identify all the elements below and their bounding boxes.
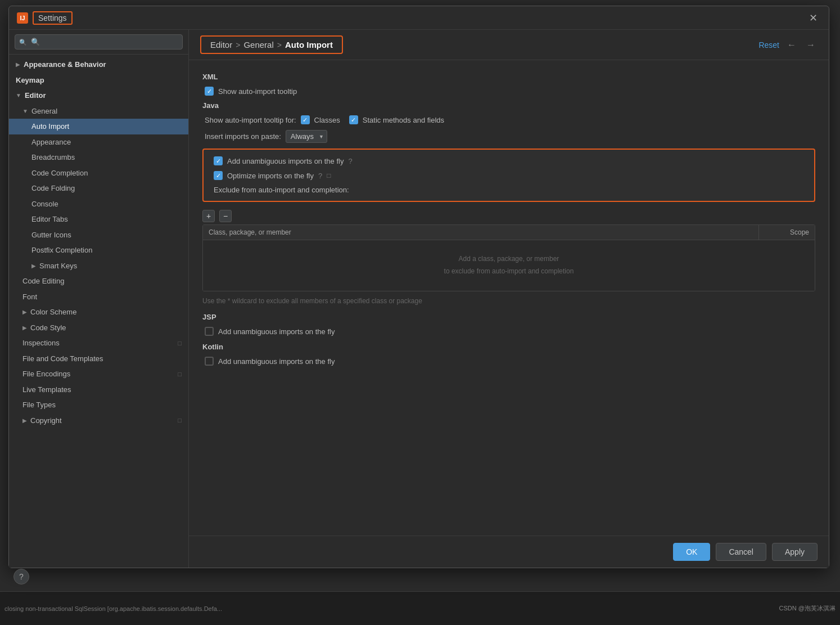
sidebar-label: Code Folding	[31, 183, 75, 194]
kotlin-add-unambiguous-label: Add unambiguous imports on the fly	[218, 357, 335, 366]
expand-icon: ▶	[22, 416, 27, 425]
breadcrumb-editor: Editor	[210, 40, 232, 50]
sidebar-label: Editor	[25, 90, 46, 101]
sidebar-item-color-scheme[interactable]: ▶ Color Scheme	[9, 304, 188, 320]
sidebar-label: Console	[31, 199, 58, 210]
sidebar-label: Appearance	[31, 137, 71, 148]
breadcrumb-sep-2: >	[277, 41, 282, 50]
highlight-box: Add unambiguous imports on the fly ? Opt…	[202, 149, 815, 202]
copyright-icon: □	[178, 416, 182, 425]
expand-icon: ▼	[22, 107, 28, 115]
sidebar-label: Editor Tabs	[31, 214, 68, 225]
breadcrumb: Editor > General > Auto Import	[200, 35, 343, 54]
sidebar-label: Font	[22, 291, 37, 303]
tree: ▶ Appearance & Behavior Keymap ▼ Editor …	[9, 55, 188, 568]
jsp-add-unambiguous-checkbox[interactable]	[205, 327, 214, 336]
search-bar	[9, 30, 188, 55]
optimize-label: Optimize imports on the fly	[227, 172, 314, 180]
apply-button[interactable]: Apply	[772, 543, 818, 561]
sidebar-label: Color Scheme	[30, 307, 76, 318]
sidebar-item-code-style[interactable]: ▶ Code Style	[9, 320, 188, 336]
cancel-button[interactable]: Cancel	[716, 543, 766, 561]
breadcrumb-auto-import: Auto Import	[285, 40, 333, 50]
sidebar-item-code-editing[interactable]: Code Editing	[9, 273, 188, 289]
sidebar-item-auto-import[interactable]: Auto Import	[9, 119, 188, 134]
breadcrumb-sep-1: >	[236, 41, 240, 50]
expand-icon: ▶	[16, 60, 20, 69]
col-class-header: Class, package, or member	[203, 225, 758, 240]
sidebar-item-font[interactable]: Font	[9, 289, 188, 305]
jsp-add-unambiguous-label: Add unambiguous imports on the fly	[218, 327, 335, 336]
optimize-help-icon[interactable]: ?	[318, 172, 322, 180]
sidebar-label: Code Style	[30, 322, 66, 334]
wildcard-hint: Use the * wildcard to exclude all member…	[202, 297, 815, 305]
sidebar: ▶ Appearance & Behavior Keymap ▼ Editor …	[9, 30, 189, 568]
col-scope-header: Scope	[758, 225, 815, 240]
close-button[interactable]: ✕	[806, 12, 821, 24]
empty-line1: Add a class, package, or member	[459, 253, 559, 266]
sidebar-item-file-code-templates[interactable]: File and Code Templates	[9, 351, 188, 367]
add-exclude-button[interactable]: +	[202, 210, 215, 222]
java-tooltip-row: Show auto-import tooltip for: Classes St…	[202, 115, 815, 124]
java-classes-label: Classes	[314, 116, 340, 124]
expand-icon: ▶	[22, 308, 27, 316]
content-header: Editor > General > Auto Import Reset ← →	[189, 30, 829, 60]
xml-show-tooltip-label: Show auto-import tooltip	[218, 87, 297, 96]
dialog-footer: OK Cancel Apply	[189, 536, 829, 568]
sidebar-item-editor[interactable]: ▼ Editor	[9, 88, 188, 104]
sidebar-label: Copyright	[30, 415, 62, 426]
sidebar-label: Inspections	[22, 338, 60, 349]
search-wrap	[15, 34, 183, 50]
sidebar-item-general[interactable]: ▼ General	[9, 104, 188, 119]
table-header: Class, package, or member Scope	[203, 225, 815, 240]
xml-show-tooltip-checkbox[interactable]	[205, 87, 214, 96]
search-input[interactable]	[15, 34, 183, 50]
sidebar-item-gutter-icons[interactable]: Gutter Icons	[9, 227, 188, 243]
sidebar-item-editor-tabs[interactable]: Editor Tabs	[9, 212, 188, 227]
sidebar-item-code-folding[interactable]: Code Folding	[9, 181, 188, 196]
sidebar-item-copyright[interactable]: ▶ Copyright □	[9, 413, 188, 429]
optimize-row: Optimize imports on the fly ? □	[214, 171, 806, 180]
sidebar-item-postfix-completion[interactable]: Postfix Completion	[9, 242, 188, 258]
sidebar-label: General	[31, 106, 57, 117]
insert-imports-select[interactable]: Always Ask Never	[286, 130, 327, 143]
java-static-checkbox[interactable]	[349, 115, 358, 124]
optimize-checkbox[interactable]	[214, 171, 223, 180]
sidebar-label: File Encodings	[22, 368, 70, 380]
kotlin-add-unambiguous-checkbox[interactable]	[205, 357, 214, 366]
sidebar-item-keymap[interactable]: Keymap	[9, 73, 188, 88]
table-empty-state: Add a class, package, or member to exclu…	[203, 240, 815, 291]
kotlin-add-unambiguous-row: Add unambiguous imports on the fly	[205, 357, 815, 366]
jsp-add-unambiguous-row: Add unambiguous imports on the fly	[205, 327, 815, 336]
optimize-copy-icon[interactable]: □	[327, 172, 331, 179]
nav-forward-button[interactable]: →	[804, 39, 818, 51]
exclude-label: Exclude from auto-import and completion:	[214, 186, 349, 194]
sidebar-item-breadcrumbs[interactable]: Breadcrumbs	[9, 150, 188, 165]
sidebar-item-file-types[interactable]: File Types	[9, 397, 188, 413]
reset-button[interactable]: Reset	[758, 41, 779, 50]
sidebar-item-appearance-behavior[interactable]: ▶ Appearance & Behavior	[9, 57, 188, 73]
java-classes-checkbox[interactable]	[301, 115, 310, 124]
sidebar-label: File and Code Templates	[22, 353, 103, 365]
insert-imports-select-wrap: Always Ask Never	[286, 130, 327, 143]
sidebar-label: Code Editing	[22, 276, 64, 287]
sidebar-item-appearance[interactable]: Appearance	[9, 134, 188, 150]
settings-dialog: IJ Settings ✕ ▶ Appearance & Behavior	[8, 6, 829, 568]
sidebar-item-inspections[interactable]: Inspections □	[9, 335, 188, 351]
jsp-section-label: JSP	[202, 313, 815, 321]
sidebar-item-live-templates[interactable]: Live Templates	[9, 382, 188, 398]
exclude-table: Class, package, or member Scope Add a cl…	[202, 224, 815, 291]
sidebar-item-file-encodings[interactable]: File Encodings □	[9, 366, 188, 382]
title-bar: IJ Settings ✕	[9, 6, 829, 30]
sidebar-item-console[interactable]: Console	[9, 196, 188, 212]
nav-back-button[interactable]: ←	[785, 39, 798, 51]
sidebar-item-smart-keys[interactable]: ▶ Smart Keys	[9, 258, 188, 274]
insert-imports-label: Insert imports on paste:	[205, 132, 281, 141]
ok-button[interactable]: OK	[673, 543, 710, 561]
sidebar-item-code-completion[interactable]: Code Completion	[9, 165, 188, 181]
add-unambiguous-help-icon[interactable]: ?	[348, 157, 352, 165]
add-unambiguous-checkbox[interactable]	[214, 156, 223, 165]
help-button[interactable]: ?	[13, 569, 29, 584]
remove-exclude-button[interactable]: −	[219, 210, 232, 222]
kotlin-section-label: Kotlin	[202, 343, 815, 351]
